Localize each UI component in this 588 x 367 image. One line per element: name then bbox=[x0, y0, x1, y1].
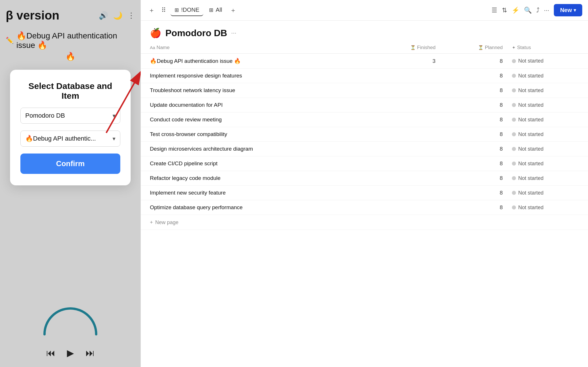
col-finished-icon: ⏳ bbox=[410, 45, 416, 50]
cell-name: Implement new security feature bbox=[141, 186, 372, 200]
new-page-row[interactable]: +New page bbox=[141, 215, 588, 230]
table-container: AaName ⏳Finished ⏳Planned ✦Status 🔥Debug… bbox=[141, 42, 588, 367]
filter-icon[interactable]: ☰ bbox=[492, 7, 497, 14]
new-button-label: New bbox=[560, 7, 572, 13]
new-button[interactable]: New ▾ bbox=[554, 4, 582, 16]
transport-controls: ⏮ ▶ ⏭ bbox=[46, 347, 95, 358]
col-name-prefix: Aa bbox=[150, 45, 155, 50]
table-row[interactable]: Update documentation for API8Not started bbox=[141, 98, 588, 112]
confirm-button[interactable]: Confirm bbox=[20, 154, 120, 174]
item-select-arrow-icon: ▾ bbox=[113, 135, 115, 142]
link-icon[interactable]: ⤴ bbox=[536, 7, 539, 14]
cell-status: Not started bbox=[507, 69, 588, 83]
search-icon[interactable]: 🔍 bbox=[524, 7, 532, 14]
item-select-dropdown[interactable]: 🔥Debug API authentic... ▾ bbox=[20, 131, 120, 147]
table-row[interactable]: Refactor legacy code module8Not started bbox=[141, 171, 588, 186]
drag-handle-icon[interactable]: ⠿ bbox=[158, 5, 169, 15]
table-row[interactable]: Create CI/CD pipeline script8Not started bbox=[141, 156, 588, 171]
cell-finished bbox=[372, 186, 440, 200]
status-badge: Not started bbox=[512, 117, 583, 123]
header-icons: 🔊 🌙 ⋮ bbox=[99, 11, 135, 20]
left-header: β version 🔊 🌙 ⋮ bbox=[6, 9, 135, 22]
cell-status: Not started bbox=[507, 83, 588, 98]
status-dot-icon bbox=[512, 103, 516, 107]
cell-status: Not started bbox=[507, 54, 588, 69]
status-dot-icon bbox=[512, 191, 516, 195]
status-badge: Not started bbox=[512, 205, 583, 211]
col-planned-icon: ⏳ bbox=[478, 45, 483, 50]
status-badge: Not started bbox=[512, 146, 583, 152]
table-row[interactable]: Implement responsive design features8Not… bbox=[141, 69, 588, 83]
cell-planned: 8 bbox=[440, 54, 507, 69]
edit-icon[interactable]: ✏️ bbox=[6, 37, 13, 44]
cell-status: Not started bbox=[507, 127, 588, 142]
table-row[interactable]: Design microservices architecture diagra… bbox=[141, 142, 588, 156]
cell-finished bbox=[372, 112, 440, 127]
cell-planned: 8 bbox=[440, 156, 507, 171]
select-modal: Select Database and Item Pomodoro DB ▾ 🔥… bbox=[10, 70, 131, 185]
sort-icon[interactable]: ⇅ bbox=[502, 7, 507, 14]
ellipsis-icon[interactable]: ··· bbox=[544, 7, 549, 14]
status-badge: Not started bbox=[512, 131, 583, 137]
col-planned: ⏳Planned bbox=[440, 42, 507, 54]
status-dot-icon bbox=[512, 74, 516, 78]
status-dot-icon bbox=[512, 118, 516, 122]
modal-title: Select Database and Item bbox=[20, 81, 120, 101]
tasks-table: AaName ⏳Finished ⏳Planned ✦Status 🔥Debug… bbox=[141, 42, 588, 230]
cell-finished bbox=[372, 69, 440, 83]
table-header-row: AaName ⏳Finished ⏳Planned ✦Status bbox=[141, 42, 588, 54]
right-panel: ＋ ⠿ ⊞ !DONE ⊞ All ＋ ☰ ⇅ ⚡ 🔍 ⤴ ··· New ▾ … bbox=[141, 0, 588, 367]
cell-planned: 8 bbox=[440, 83, 507, 98]
task-emoji: 🔥 bbox=[65, 52, 76, 61]
db-more-button[interactable]: ··· bbox=[231, 29, 236, 37]
table-row[interactable]: Optimize database query performance8Not … bbox=[141, 200, 588, 215]
col-finished: ⏳Finished bbox=[372, 42, 440, 54]
status-badge: Not started bbox=[512, 73, 583, 79]
new-button-chevron-icon: ▾ bbox=[574, 7, 576, 13]
rewind-button[interactable]: ⏮ bbox=[46, 348, 55, 358]
status-badge: Not started bbox=[512, 58, 583, 64]
cell-finished bbox=[372, 98, 440, 112]
add-tab-button[interactable]: ＋ bbox=[228, 5, 238, 15]
db-select-dropdown[interactable]: Pomodoro DB ▾ bbox=[20, 108, 120, 124]
tab-notdone[interactable]: ⊞ !DONE bbox=[171, 4, 203, 16]
more-icon[interactable]: ⋮ bbox=[127, 11, 135, 20]
cell-finished bbox=[372, 127, 440, 142]
tab-all[interactable]: ⊞ All bbox=[205, 4, 226, 16]
add-view-button[interactable]: ＋ bbox=[146, 5, 157, 15]
tab-notdone-icon: ⊞ bbox=[175, 7, 179, 13]
status-badge: Not started bbox=[512, 190, 583, 196]
cell-finished bbox=[372, 156, 440, 171]
status-dot-icon bbox=[512, 132, 516, 136]
lightning-icon[interactable]: ⚡ bbox=[512, 7, 519, 14]
moon-icon[interactable]: 🌙 bbox=[113, 11, 122, 20]
cell-finished bbox=[372, 171, 440, 186]
tab-all-icon: ⊞ bbox=[209, 7, 213, 13]
cell-name: Update documentation for API bbox=[141, 98, 372, 112]
cell-status: Not started bbox=[507, 156, 588, 171]
item-select-value: 🔥Debug API authentic... bbox=[25, 135, 96, 142]
cell-name: Conduct code review meeting bbox=[141, 112, 372, 127]
cell-finished bbox=[372, 83, 440, 98]
table-row[interactable]: Test cross-browser compatibility8Not sta… bbox=[141, 127, 588, 142]
cell-name: Troubleshoot network latency issue bbox=[141, 83, 372, 98]
table-row[interactable]: Conduct code review meeting8Not started bbox=[141, 112, 588, 127]
cell-finished: 3 bbox=[372, 54, 440, 69]
tab-actions: ☰ ⇅ ⚡ 🔍 ⤴ ··· New ▾ bbox=[492, 4, 582, 16]
cell-planned: 8 bbox=[440, 98, 507, 112]
db-apple-icon: 🍎 bbox=[150, 28, 161, 38]
table-row[interactable]: Troubleshoot network latency issue8Not s… bbox=[141, 83, 588, 98]
cell-planned: 8 bbox=[440, 200, 507, 215]
cell-planned: 8 bbox=[440, 69, 507, 83]
cell-planned: 8 bbox=[440, 186, 507, 200]
play-button[interactable]: ▶ bbox=[67, 347, 74, 358]
cell-name: Create CI/CD pipeline script bbox=[141, 156, 372, 171]
cell-name: Design microservices architecture diagra… bbox=[141, 142, 372, 156]
circle-svg bbox=[42, 306, 99, 337]
table-row[interactable]: Implement new security feature8Not start… bbox=[141, 186, 588, 200]
cell-status: Not started bbox=[507, 98, 588, 112]
fast-forward-button[interactable]: ⏭ bbox=[86, 348, 95, 358]
db-title-bar: 🍎 Pomodoro DB ··· bbox=[141, 21, 588, 42]
sound-icon[interactable]: 🔊 bbox=[99, 11, 108, 20]
table-row[interactable]: 🔥Debug API authentication issue 🔥38Not s… bbox=[141, 54, 588, 69]
